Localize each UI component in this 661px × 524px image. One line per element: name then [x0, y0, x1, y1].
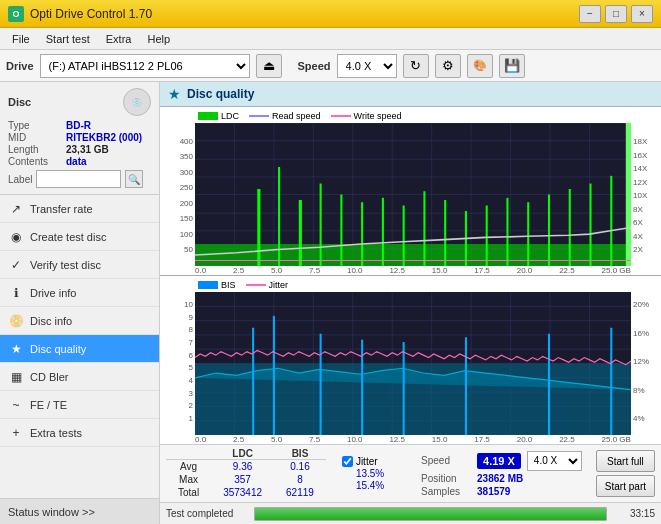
speed-combo-select[interactable]: 4.0 X	[527, 451, 582, 471]
app-icon: O	[8, 6, 24, 22]
color-button[interactable]: 🎨	[467, 54, 493, 78]
svg-rect-37	[589, 184, 591, 267]
drive-label: Drive	[6, 60, 34, 72]
ldc-legend: LDC	[198, 111, 239, 121]
svg-rect-29	[423, 191, 425, 266]
svg-rect-34	[527, 202, 529, 266]
length-label: Length	[8, 144, 66, 155]
fe-te-icon: ~	[8, 398, 24, 412]
sidebar-item-disc-info[interactable]: 📀 Disc info	[0, 307, 159, 335]
jitter-label: Jitter	[356, 456, 378, 467]
start-full-button[interactable]: Start full	[596, 450, 655, 472]
read-color	[249, 115, 269, 117]
speed-select[interactable]: 4.0 X 2.0 X 8.0 X	[337, 54, 397, 78]
disc-quality-icon: ★	[8, 342, 24, 356]
svg-rect-26	[361, 202, 363, 266]
menu-help[interactable]: Help	[139, 31, 178, 47]
top-chart-canvas	[195, 123, 631, 266]
bottom-chart-x-axis: 0.02.55.07.5 10.012.515.017.5 20.022.525…	[160, 435, 661, 444]
svg-rect-30	[444, 200, 446, 266]
settings-button[interactable]: ⚙	[435, 54, 461, 78]
svg-rect-23	[299, 200, 302, 266]
sidebar-item-cd-bler[interactable]: ▦ CD Bler	[0, 363, 159, 391]
max-label: Max	[166, 473, 211, 486]
svg-rect-28	[403, 206, 405, 267]
label-search-button[interactable]: 🔍	[125, 170, 143, 188]
menu-start-test[interactable]: Start test	[38, 31, 98, 47]
jitter-color	[246, 284, 266, 286]
cd-bler-label: CD Bler	[30, 371, 69, 383]
eject-button[interactable]: ⏏	[256, 54, 282, 78]
svg-rect-66	[403, 342, 405, 435]
progress-bar-container	[254, 507, 607, 521]
content-area: ★ Disc quality LDC Read speed	[160, 82, 661, 524]
progress-label: Test completed	[166, 508, 246, 519]
stats-col-empty	[166, 448, 211, 460]
svg-rect-22	[278, 167, 280, 266]
status-window-button[interactable]: Status window >>	[0, 498, 159, 524]
avg-ldc: 9.36	[211, 460, 274, 474]
svg-rect-36	[569, 189, 571, 266]
svg-rect-25	[340, 195, 342, 267]
stats-col-ldc: LDC	[211, 448, 274, 460]
type-value: BD-R	[66, 120, 91, 131]
charts-area: LDC Read speed Write speed	[160, 107, 661, 502]
write-legend-label: Write speed	[354, 111, 402, 121]
svg-rect-68	[548, 334, 550, 435]
svg-rect-63	[273, 316, 275, 435]
start-part-button[interactable]: Start part	[596, 475, 655, 497]
sidebar-item-transfer-rate[interactable]: ↗ Transfer rate	[0, 195, 159, 223]
sidebar-item-fe-te[interactable]: ~ FE / TE	[0, 391, 159, 419]
save-button[interactable]: 💾	[499, 54, 525, 78]
bottom-chart-y-left: 10 9 8 7 6 5 4 3 2 1	[160, 292, 195, 435]
jitter-legend: Jitter	[246, 280, 289, 290]
svg-rect-62	[252, 328, 254, 435]
label-input[interactable]	[36, 170, 121, 188]
write-color	[331, 115, 351, 117]
menu-extra[interactable]: Extra	[98, 31, 140, 47]
bottom-chart-y-right: 20% 16% 12% 8% 4%	[631, 292, 661, 435]
sidebar-item-verify-test-disc[interactable]: ✓ Verify test disc	[0, 251, 159, 279]
drive-info-label: Drive info	[30, 287, 76, 299]
sidebar-item-drive-info[interactable]: ℹ Drive info	[0, 279, 159, 307]
drive-select[interactable]: (F:) ATAPI iHBS112 2 PL06	[40, 54, 250, 78]
maximize-button[interactable]: □	[605, 5, 627, 23]
bottom-chart-canvas	[195, 292, 631, 435]
refresh-button[interactable]: ↻	[403, 54, 429, 78]
sidebar-item-create-test-disc[interactable]: ◉ Create test disc	[0, 223, 159, 251]
drive-toolbar: Drive (F:) ATAPI iHBS112 2 PL06 ⏏ Speed …	[0, 50, 661, 82]
bis-color	[198, 281, 218, 289]
sidebar: Disc 💿 Type BD-R MID RITEKBR2 (000) Leng…	[0, 82, 160, 524]
stats-row-avg: Avg 9.36 0.16	[166, 460, 326, 474]
content-header-title: Disc quality	[187, 87, 254, 101]
sidebar-item-disc-quality[interactable]: ★ Disc quality	[0, 335, 159, 363]
label-field-label: Label	[8, 174, 32, 185]
jitter-checkbox[interactable]	[342, 456, 353, 467]
minimize-button[interactable]: −	[579, 5, 601, 23]
create-test-icon: ◉	[8, 230, 24, 244]
sidebar-item-extra-tests[interactable]: + Extra tests	[0, 419, 159, 447]
progress-time: 33:15	[615, 508, 655, 519]
disc-quality-label: Disc quality	[30, 343, 86, 355]
window-controls: − □ ×	[579, 5, 653, 23]
fe-te-label: FE / TE	[30, 399, 67, 411]
svg-rect-32	[486, 206, 488, 267]
svg-rect-38	[610, 176, 612, 266]
close-button[interactable]: ×	[631, 5, 653, 23]
app-title: Opti Drive Control 1.70	[30, 7, 152, 21]
speed-display-value: 4.19 X	[477, 453, 521, 469]
top-chart-y-left: 400 350 300 250 200 150 100 50	[160, 123, 195, 266]
menu-file[interactable]: File	[4, 31, 38, 47]
stats-row-total: Total 3573412 62119	[166, 486, 326, 499]
extra-tests-icon: +	[8, 426, 24, 440]
verify-test-label: Verify test disc	[30, 259, 101, 271]
length-value: 23,31 GB	[66, 144, 109, 155]
disc-info-icon: 📀	[8, 314, 24, 328]
speed-label: Speed	[298, 60, 331, 72]
action-buttons: Start full Start part	[596, 450, 655, 497]
mid-label: MID	[8, 132, 66, 143]
svg-rect-21	[257, 189, 260, 266]
menubar: File Start test Extra Help	[0, 28, 661, 50]
main-layout: Disc 💿 Type BD-R MID RITEKBR2 (000) Leng…	[0, 82, 661, 524]
bis-legend-label: BIS	[221, 280, 236, 290]
